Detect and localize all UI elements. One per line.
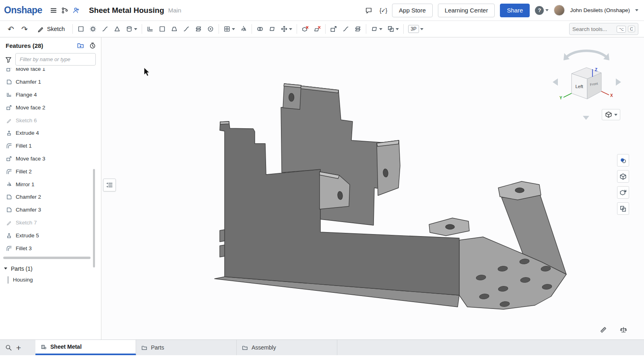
view-options-button[interactable]	[602, 109, 620, 120]
y-axis-label: Y	[559, 96, 562, 100]
feature-row[interactable]: Extrude 4	[0, 127, 101, 140]
chamfer-icon	[6, 194, 12, 200]
user-avatar[interactable]	[554, 5, 565, 16]
redo-button[interactable]: ↷	[18, 25, 31, 34]
parts-section-header[interactable]: Parts (1)	[0, 259, 101, 274]
finish-sheet-metal-icon[interactable]	[352, 23, 364, 35]
tab-icon[interactable]	[156, 23, 168, 35]
part-row-housing[interactable]: Housing	[0, 274, 101, 286]
move-face-icon[interactable]	[328, 23, 340, 35]
app-store-button[interactable]: App Store	[392, 4, 433, 17]
loft-icon[interactable]	[111, 23, 123, 35]
delete-face-icon[interactable]	[311, 23, 323, 35]
feature-row[interactable]: Sketch 6	[0, 114, 101, 127]
feature-label: Fillet 3	[16, 245, 32, 251]
history-icon[interactable]	[89, 42, 96, 49]
linear-pattern-icon[interactable]	[221, 23, 237, 35]
toolbar-separator	[325, 24, 326, 34]
view-rotate-arrows[interactable]	[567, 51, 606, 57]
feature-label: Chamfer 2	[16, 194, 41, 200]
part-indicator-icon	[8, 276, 8, 284]
hem-icon[interactable]	[192, 23, 204, 35]
display-states-icon[interactable]	[617, 170, 629, 183]
new-folder-icon[interactable]	[77, 42, 84, 49]
tab-assembly[interactable]: Assembly	[237, 340, 337, 355]
hole-icon[interactable]	[204, 23, 217, 35]
measure-icon[interactable]	[598, 325, 609, 335]
feature-script-check-icon[interactable]: {✓}	[380, 7, 387, 14]
feature-row[interactable]: Fillet 3	[0, 242, 101, 255]
versions-tree-icon[interactable]	[59, 5, 70, 16]
user-name[interactable]: John Desilets (Onshape)	[570, 7, 630, 13]
sheet-metal-model-icon[interactable]	[75, 23, 87, 35]
draft-icon[interactable]	[168, 23, 180, 35]
user-menu-caret-icon[interactable]	[635, 9, 638, 11]
add-tab-button[interactable]: +	[16, 343, 21, 352]
feature-row[interactable]: Fillet 1	[0, 140, 101, 152]
feature-row[interactable]: Move face 2	[0, 101, 101, 114]
feature-label: Move face 3	[16, 156, 45, 162]
fillet-icon	[6, 169, 12, 175]
search-tools-input[interactable]	[572, 26, 615, 32]
feature-row[interactable]: Move face 3	[0, 152, 101, 165]
third-party-label: 3P	[408, 25, 419, 33]
feature-row[interactable]: Sketch 7	[0, 216, 101, 229]
feature-row[interactable]: Flange 4	[0, 88, 101, 101]
sweep-icon[interactable]	[99, 23, 111, 35]
share-button[interactable]: Share	[500, 4, 530, 17]
transform-icon[interactable]	[278, 23, 295, 35]
bend-icon[interactable]	[180, 23, 192, 35]
feature-row[interactable]: Extrude 5	[0, 229, 101, 242]
plane-icon[interactable]	[368, 23, 385, 35]
sketch-icon	[6, 220, 12, 226]
shortcut-key-option: ⌥	[617, 26, 626, 33]
feature-label: Chamfer 1	[16, 79, 41, 85]
part-housing[interactable]	[215, 84, 566, 309]
offset-surface-icon[interactable]	[340, 23, 352, 35]
views-caret-icon	[396, 28, 399, 30]
mirror-icon[interactable]	[237, 23, 250, 35]
manage-tabs-icon[interactable]	[5, 344, 12, 351]
feature-row[interactable]: Mirror 1	[0, 178, 101, 191]
feature-toolbar: ↶ ↷ Sketch 3P ⌥ C	[0, 21, 644, 37]
feature-label: Chamfer 3	[16, 207, 41, 213]
features-panel-title: Features (28)	[6, 42, 72, 49]
appearance-icon[interactable]	[617, 154, 629, 167]
filter-input[interactable]	[15, 53, 96, 66]
tab-sheet-metal[interactable]: Sheet Metal	[35, 340, 136, 355]
delete-part-icon[interactable]	[299, 23, 311, 35]
follow-mode-icon[interactable]	[70, 5, 82, 16]
boolean-icon[interactable]	[254, 23, 266, 35]
sketch-button[interactable]: Sketch	[33, 25, 69, 33]
feature-row[interactable]: Chamfer 2	[0, 191, 101, 204]
feature-row[interactable]: Move face 1	[0, 68, 101, 76]
mass-properties-icon[interactable]	[618, 325, 629, 335]
feature-row[interactable]: Chamfer 3	[0, 204, 101, 216]
third-party-button[interactable]: 3P	[406, 23, 426, 35]
filter-icon[interactable]	[5, 56, 12, 63]
help-icon[interactable]: ?	[535, 6, 544, 15]
revolve-icon[interactable]	[87, 23, 99, 35]
tab-parts[interactable]: Parts	[136, 340, 237, 355]
named-views-icon[interactable]	[385, 23, 401, 35]
exploded-view-icon[interactable]	[617, 202, 629, 215]
feature-row[interactable]: Chamfer 1	[0, 76, 101, 88]
split-icon[interactable]	[266, 23, 278, 35]
hamburger-menu-icon[interactable]	[48, 5, 59, 16]
thicken-icon[interactable]	[123, 23, 140, 35]
feature-row[interactable]: Fillet 2	[0, 165, 101, 178]
rollback-bar-handle[interactable]	[103, 179, 116, 191]
graphics-viewport[interactable]: Left Front Z X Y	[102, 37, 644, 339]
comments-icon[interactable]	[363, 5, 374, 16]
section-view-icon[interactable]	[617, 186, 629, 199]
flange-icon[interactable]	[144, 23, 156, 35]
learning-center-button[interactable]: Learning Center	[438, 4, 495, 17]
help-menu[interactable]: ?	[535, 6, 549, 15]
undo-button[interactable]: ↶	[4, 25, 18, 34]
view-cube-left-label[interactable]: Left	[575, 84, 583, 89]
pattern-caret-icon	[232, 28, 235, 30]
search-tools-box[interactable]: ⌥ C	[569, 23, 638, 35]
plane-caret-icon	[379, 28, 382, 30]
workspace-name[interactable]: Main	[168, 7, 182, 14]
vertical-scrollbar[interactable]	[93, 169, 95, 267]
